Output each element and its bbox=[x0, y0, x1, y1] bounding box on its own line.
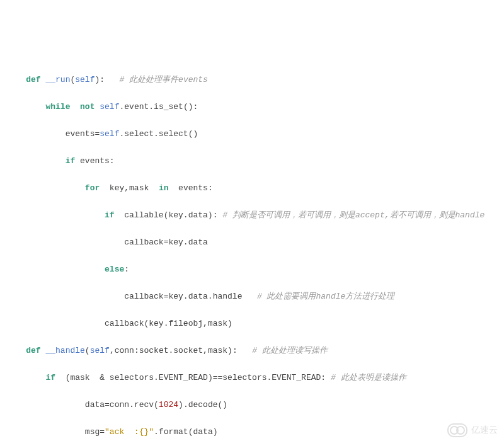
code-line: def __run(self): # 此处处理事件events bbox=[6, 73, 498, 87]
code-line: while not self.event.is_set(): bbox=[6, 100, 498, 114]
code-line: def __handle(self,conn:socket.socket,mas… bbox=[6, 344, 498, 358]
code-line: if events: bbox=[6, 154, 498, 168]
code-line: callback(key.fileobj,mask) bbox=[6, 317, 498, 331]
code-line: if (mask & selectors.EVENT_READ)==select… bbox=[6, 371, 498, 385]
code-line: events=self.select.select() bbox=[6, 127, 498, 141]
code-line: msg="ack :{}".format(data) bbox=[6, 425, 498, 439]
code-block: def __run(self): # 此处处理事件events while no… bbox=[6, 59, 498, 441]
code-line: else: bbox=[6, 263, 498, 277]
watermark-logo-icon bbox=[447, 423, 467, 437]
code-line: if callable(key.data): # 判断是否可调用，若可调用，则是… bbox=[6, 209, 498, 222]
watermark: 亿速云 bbox=[447, 423, 498, 437]
code-line: for key,mask in events: bbox=[6, 181, 498, 195]
code-line: data=conn.recv(1024).decode() bbox=[6, 398, 498, 412]
code-line: callback=key.data bbox=[6, 236, 498, 249]
watermark-text: 亿速云 bbox=[471, 423, 498, 437]
code-line: callback=key.data.handle # 此处需要调用handle方… bbox=[6, 290, 498, 304]
